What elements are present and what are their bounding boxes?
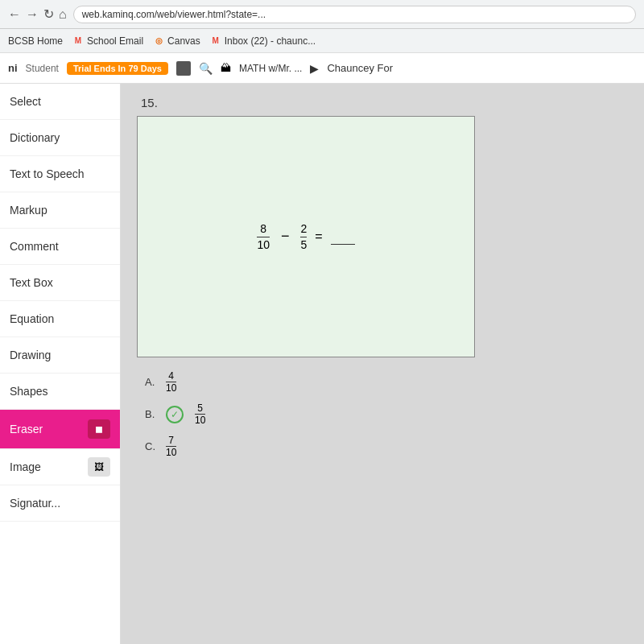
answer-a-den: 10 bbox=[166, 382, 176, 394]
refresh-icon[interactable]: ↻ bbox=[43, 6, 54, 22]
answer-a-num: 4 bbox=[168, 370, 174, 382]
image-label: Image bbox=[10, 460, 41, 473]
school-email-label: School Email bbox=[87, 35, 143, 47]
bookmark-school-email[interactable]: M School Email bbox=[72, 35, 143, 47]
school-email-icon: M bbox=[72, 35, 84, 47]
answer-c-letter: C. bbox=[145, 440, 158, 452]
answer-a-letter: A. bbox=[145, 376, 158, 388]
sidebar-item-image[interactable]: Image 🖼 bbox=[0, 449, 120, 485]
frac1-numerator: 8 bbox=[260, 222, 266, 236]
frac2-numerator: 2 bbox=[300, 222, 307, 236]
sidebar-item-markup[interactable]: Markup bbox=[0, 192, 120, 229]
answer-blank bbox=[331, 229, 355, 245]
back-icon[interactable]: ← bbox=[8, 7, 21, 22]
frac2-denominator: 5 bbox=[300, 238, 307, 252]
eraser-label: Eraser bbox=[10, 423, 43, 436]
question-box: 8 10 − 2 5 = bbox=[137, 116, 475, 357]
sidebar-item-comment[interactable]: Comment bbox=[0, 229, 120, 265]
shapes-label: Shapes bbox=[10, 385, 47, 398]
answers-area: A. 4 10 B. ✓ 5 10 bbox=[137, 370, 628, 458]
app-toolbar: ni Student Trial Ends In 79 Days 🔍 🏔 MAT… bbox=[0, 53, 644, 84]
comment-label: Comment bbox=[10, 240, 59, 253]
sidebar: Select Dictionary Text to Speech Markup … bbox=[0, 84, 121, 644]
bookmark-inbox[interactable]: M Inbox (22) - chaunc... bbox=[210, 35, 316, 47]
fraction-equation: 8 10 − 2 5 = bbox=[257, 222, 354, 252]
forward-icon[interactable]: → bbox=[26, 7, 39, 22]
sidebar-item-drawing[interactable]: Drawing bbox=[0, 337, 120, 374]
home-icon[interactable]: ⌂ bbox=[59, 7, 67, 22]
question-number: 15. bbox=[141, 96, 628, 109]
sidebar-item-signature[interactable]: Signatur... bbox=[0, 485, 120, 522]
minus-sign: − bbox=[281, 228, 290, 245]
canvas-label: Canvas bbox=[167, 35, 200, 47]
search-icon[interactable]: 🔍 bbox=[199, 62, 213, 75]
drawing-label: Drawing bbox=[10, 349, 51, 361]
url-bar[interactable]: web.kaminq.com/web/viewer.html?state=... bbox=[73, 6, 636, 23]
answer-b-num: 5 bbox=[197, 402, 203, 414]
bookmark-bar: BCSB Home M School Email ◎ Canvas M Inbo… bbox=[0, 29, 644, 53]
main-layout: Select Dictionary Text to Speech Markup … bbox=[0, 84, 644, 644]
bookmark-bcsb[interactable]: BCSB Home bbox=[8, 35, 63, 47]
bookmark-canvas[interactable]: ◎ Canvas bbox=[153, 35, 200, 47]
eraser-button[interactable]: ◼ bbox=[88, 419, 110, 439]
image-btn-icon: 🖼 bbox=[94, 461, 104, 473]
content-area: 15. 8 10 − 2 5 = bbox=[121, 84, 644, 644]
toolbar-arrow: ▶ bbox=[310, 62, 319, 75]
sidebar-item-text-to-speech[interactable]: Text to Speech bbox=[0, 156, 120, 192]
browser-bar: ← → ↻ ⌂ web.kaminq.com/web/viewer.html?s… bbox=[0, 0, 644, 29]
mountain-icon: 🏔 bbox=[221, 62, 231, 74]
text-box-label: Text Box bbox=[10, 276, 53, 289]
equation-label: Equation bbox=[10, 312, 54, 325]
markup-label: Markup bbox=[10, 204, 47, 217]
inbox-label: Inbox (22) - chaunc... bbox=[225, 35, 316, 47]
image-button[interactable]: 🖼 bbox=[88, 457, 110, 477]
answer-row-b[interactable]: B. ✓ 5 10 bbox=[145, 402, 628, 427]
app-role: Student bbox=[26, 63, 59, 74]
layout-icon[interactable] bbox=[176, 61, 191, 76]
toolbar-user: Chauncey For bbox=[327, 62, 393, 74]
inbox-icon: M bbox=[210, 35, 221, 47]
sidebar-item-text-box[interactable]: Text Box bbox=[0, 265, 120, 301]
canvas-icon: ◎ bbox=[153, 35, 164, 47]
select-label: Select bbox=[10, 95, 41, 108]
answer-c-den: 10 bbox=[166, 447, 176, 458]
eraser-btn-icon: ◼ bbox=[95, 423, 103, 435]
text-to-speech-label: Text to Speech bbox=[10, 167, 85, 180]
dictionary-label: Dictionary bbox=[10, 131, 60, 144]
frac1-line bbox=[257, 237, 270, 237]
frac1-denominator: 10 bbox=[257, 238, 270, 252]
signature-label: Signatur... bbox=[10, 497, 60, 510]
sidebar-item-eraser[interactable]: Eraser ◼ bbox=[0, 410, 120, 449]
fraction-1: 8 10 bbox=[257, 222, 270, 252]
frac2-line bbox=[300, 237, 307, 237]
app-logo: ni bbox=[8, 62, 18, 74]
sidebar-item-shapes[interactable]: Shapes bbox=[0, 374, 120, 410]
answer-row-a[interactable]: A. 4 10 bbox=[145, 370, 628, 394]
trial-badge: Trial Ends In 79 Days bbox=[67, 62, 168, 75]
answer-b-fraction: 5 10 bbox=[195, 402, 205, 427]
answer-row-c[interactable]: C. 7 10 bbox=[145, 435, 628, 459]
sidebar-item-dictionary[interactable]: Dictionary bbox=[0, 120, 120, 156]
fraction-2: 2 5 bbox=[300, 222, 307, 252]
answer-b-den: 10 bbox=[195, 415, 205, 426]
answer-a-fraction: 4 10 bbox=[166, 370, 176, 394]
selected-indicator: ✓ bbox=[166, 406, 184, 423]
answer-b-letter: B. bbox=[145, 408, 158, 420]
sidebar-item-equation[interactable]: Equation bbox=[0, 301, 120, 337]
bcsb-label: BCSB Home bbox=[8, 35, 63, 47]
sidebar-item-select[interactable]: Select bbox=[0, 84, 120, 120]
answer-c-fraction: 7 10 bbox=[166, 435, 176, 459]
browser-nav: ← → ↻ ⌂ bbox=[8, 6, 67, 22]
equals-sign: = bbox=[315, 229, 322, 244]
toolbar-subject[interactable]: MATH w/Mr. ... bbox=[239, 63, 302, 74]
answer-c-num: 7 bbox=[168, 435, 174, 446]
checkmark-icon: ✓ bbox=[171, 409, 179, 420]
